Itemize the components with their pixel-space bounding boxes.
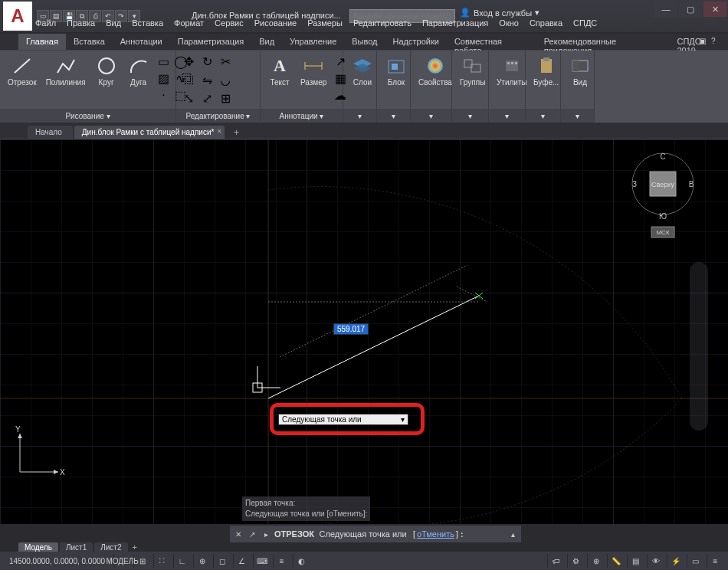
menu-spds[interactable]: СПДС	[569, 17, 602, 32]
panel-properties-label[interactable]: ▾	[411, 109, 451, 123]
ribbon-tab-view[interactable]: Вид	[251, 34, 282, 50]
text-button[interactable]: A Текст	[265, 54, 294, 88]
signin-label: Вход в службы	[474, 8, 532, 18]
copy-icon[interactable]: ⿻	[181, 72, 196, 87]
menu-modify[interactable]: Редактировать	[349, 17, 416, 32]
groups-button[interactable]: Группы	[457, 54, 488, 88]
workspace-icon[interactable]: ⚙	[567, 554, 584, 568]
clipboard-button[interactable]: Буфе...	[530, 54, 562, 88]
polar-toggle-icon[interactable]: ⊕	[193, 554, 210, 568]
recent-commands-icon[interactable]: ↗	[247, 529, 257, 539]
dimension-button[interactable]: Размер	[297, 54, 330, 88]
close-icon[interactable]: ✕	[233, 529, 244, 539]
stretch-icon[interactable]: ⤡	[181, 90, 196, 106]
ortho-toggle-icon[interactable]: ∟	[173, 554, 190, 568]
ribbon-collapse-button[interactable]: ▣	[699, 37, 710, 48]
otrack-toggle-icon[interactable]: ∠	[233, 554, 250, 568]
help-icon[interactable]: ?	[711, 37, 722, 48]
ribbon-tab-home[interactable]: Главная	[18, 34, 66, 50]
model-space-toggle[interactable]: МОДЕЛЬ	[113, 554, 130, 568]
cmd-history-line: Следующая точка или [оТменить]:	[245, 509, 367, 519]
ribbon-tab-collab[interactable]: Совместная работа	[447, 34, 536, 50]
transparency-toggle-icon[interactable]: ◐	[293, 554, 310, 568]
hatch-icon[interactable]: ▨	[156, 70, 172, 86]
coordinate-readout[interactable]: 14500.0000, 0.0000, 0.0000	[5, 557, 110, 565]
panel-layers-label[interactable]: ▾	[343, 109, 376, 123]
panel-annotate-label[interactable]: Аннотации ▾	[261, 109, 343, 123]
maximize-button[interactable]: ▢	[679, 2, 702, 17]
file-tab-start[interactable]: Начало	[28, 126, 73, 139]
view-button[interactable]: Вид	[566, 54, 595, 88]
ribbon-tab-insert[interactable]: Вставка	[66, 34, 113, 50]
menu-edit[interactable]: Правка	[62, 17, 100, 32]
panel-view-label[interactable]: ▾	[561, 109, 594, 123]
cmd-option[interactable]: оТменить	[417, 529, 454, 539]
customize-icon[interactable]: ≡	[707, 554, 723, 568]
hardware-accel-icon[interactable]: ⚡	[667, 554, 684, 568]
mirror-icon[interactable]: ⇋	[199, 72, 215, 87]
arc-button[interactable]: Дуга	[124, 54, 153, 88]
scale-icon[interactable]: ⤢	[199, 90, 215, 106]
ribbon-tab-annotate[interactable]: Аннотации	[113, 34, 170, 50]
file-tab-document[interactable]: Дин.блок Рамки с таблицей надписи*✕	[74, 126, 225, 139]
ribbon-tab-featured[interactable]: Рекомендованные приложения	[536, 34, 670, 50]
array-icon[interactable]: ⊞	[218, 90, 233, 106]
polyline-button[interactable]: Полилиния	[43, 54, 89, 88]
ribbon-tab-manage[interactable]: Управление	[282, 34, 344, 50]
rotate-icon[interactable]: ↻	[199, 54, 215, 69]
properties-button[interactable]: Свойства	[415, 54, 455, 88]
clean-screen-icon[interactable]: ▭	[687, 554, 703, 568]
line-button[interactable]: Отрезок	[5, 54, 40, 88]
osnap-toggle-icon[interactable]: ◻	[213, 554, 230, 568]
lineweight-toggle-icon[interactable]: ≡	[273, 554, 290, 568]
viewcube[interactable]: Сверху С Ю З В МСК	[628, 147, 697, 224]
menu-view[interactable]: Вид	[101, 17, 126, 32]
utilities-button[interactable]: Утилиты	[494, 54, 530, 88]
ribbon-tab-parametric[interactable]: Параметризация	[170, 34, 251, 50]
panel-utilities-label[interactable]: ▾	[489, 109, 525, 123]
circle-button[interactable]: Круг	[92, 54, 121, 88]
rect-icon[interactable]: ▭	[156, 54, 172, 69]
dynamic-dimension-input[interactable]: 559.017	[333, 323, 369, 335]
navigation-bar[interactable]	[690, 262, 708, 431]
menu-parametric[interactable]: Параметризация	[418, 17, 493, 32]
point-icon[interactable]: ·	[156, 87, 172, 103]
menu-insert[interactable]: Вставка	[127, 17, 168, 32]
panel-block-label[interactable]: ▾	[377, 109, 410, 123]
dynamic-input-toggle-icon[interactable]: ⌨	[253, 554, 270, 568]
menu-format[interactable]: Формат	[169, 17, 208, 32]
close-button[interactable]: ✕	[703, 2, 726, 17]
grid-toggle-icon[interactable]: ⊞	[133, 554, 150, 568]
ribbon-tab-addins[interactable]: Надстройки	[385, 34, 447, 50]
panel-draw-label[interactable]: Рисование ▾	[0, 109, 175, 123]
move-icon[interactable]: ✥	[181, 54, 196, 69]
isolate-icon[interactable]: 👁	[647, 554, 664, 568]
groups-icon	[461, 55, 484, 77]
menu-dimensions[interactable]: Размеры	[303, 17, 347, 32]
drawing-canvas[interactable]: 559.017 Следующая точка или ▾ Первая точ…	[0, 139, 728, 524]
menu-tools[interactable]: Сервис	[210, 17, 248, 32]
menu-file[interactable]: Файл	[31, 17, 61, 32]
panel-modify-label[interactable]: Редактирование ▾	[176, 109, 260, 123]
close-icon[interactable]: ✕	[217, 128, 222, 135]
minimize-button[interactable]: —	[654, 2, 677, 17]
menu-window[interactable]: Окно	[494, 17, 523, 32]
snap-toggle-icon[interactable]: ⸬	[153, 554, 170, 568]
fillet-icon[interactable]: ◡	[218, 72, 233, 87]
command-line[interactable]: ✕ ↗ ▸ ОТРЕЗОК Следующая точка или [оТмен…	[230, 526, 521, 542]
chevron-up-icon[interactable]: ▴	[507, 529, 518, 539]
annotation-scale-icon[interactable]: 🏷	[547, 554, 564, 568]
trim-icon[interactable]: ✂	[218, 54, 233, 69]
menu-help[interactable]: Справка	[525, 17, 567, 32]
new-tab-button[interactable]: +	[229, 126, 243, 139]
annotation-monitor-icon[interactable]: ⊕	[587, 554, 604, 568]
app-menu-button[interactable]: A	[3, 2, 32, 31]
quick-properties-icon[interactable]: ▤	[627, 554, 644, 568]
panel-clipboard-label[interactable]: ▾	[526, 109, 560, 123]
ribbon-tab-output[interactable]: Вывод	[344, 34, 385, 50]
menu-draw[interactable]: Рисование	[250, 17, 301, 32]
block-button[interactable]: Блок	[382, 54, 411, 88]
panel-groups-label[interactable]: ▾	[452, 109, 488, 123]
units-icon[interactable]: 📏	[607, 554, 624, 568]
layers-button[interactable]: Слои	[348, 54, 377, 88]
